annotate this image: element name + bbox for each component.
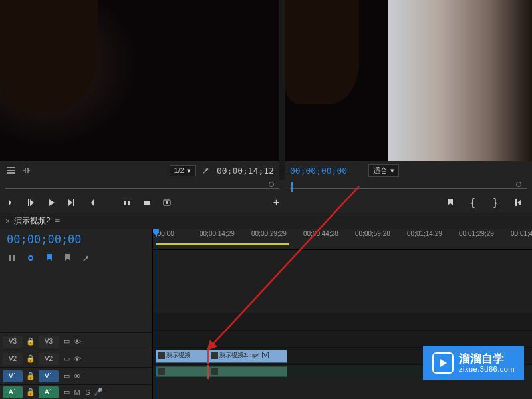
track-head-v3[interactable]: V3 🔒 V3 ▭ 👁: [0, 332, 152, 350]
overwrite-icon[interactable]: [141, 197, 153, 209]
lock-icon[interactable]: 🔒: [25, 354, 36, 363]
eye-icon[interactable]: 👁: [72, 355, 82, 363]
out-bracket-icon[interactable]: }: [489, 197, 501, 209]
in-bracket-icon[interactable]: {: [467, 197, 479, 209]
track-row-v2[interactable]: [153, 330, 532, 347]
work-area-bar[interactable]: [156, 243, 289, 245]
svg-rect-2: [7, 172, 15, 174]
lock-icon[interactable]: 🔒: [25, 372, 36, 380]
ruler-label: 00;01;29;29: [459, 230, 494, 237]
program-monitor[interactable]: [285, 0, 532, 161]
resolution-dropdown[interactable]: 1/2 ▾: [170, 165, 196, 176]
timeline-ruler[interactable]: ;00;00 00;00;14;29 00;00;29;29 00;00;44;…: [153, 229, 532, 250]
program-mini-ruler[interactable]: [285, 180, 532, 193]
chevron-down-icon: ▾: [390, 166, 394, 175]
audio-clip[interactable]: [156, 366, 207, 377]
track-target-v3[interactable]: V3: [39, 336, 59, 348]
close-tab-icon[interactable]: ×: [5, 217, 10, 226]
mute-button[interactable]: M: [72, 388, 82, 396]
edit-point[interactable]: [207, 365, 209, 379]
program-transport: { }: [285, 197, 532, 209]
trim-icon[interactable]: [21, 165, 32, 176]
ruler-label: 00;00;59;28: [355, 230, 390, 237]
watermark-logo-icon: [432, 352, 454, 374]
program-preview-image: [285, 0, 532, 161]
track-head-v1[interactable]: V1 🔒 V1 ▭ 👁: [0, 367, 152, 384]
edit-point[interactable]: [207, 348, 209, 364]
track-head-a1[interactable]: A1 🔒 A1 ▭ M S 🎤: [0, 384, 152, 399]
program-controls: 00;00;00;00 适合 ▾: [285, 161, 532, 180]
mark-in-icon[interactable]: [5, 197, 17, 209]
track-target-a1[interactable]: A1: [39, 386, 59, 398]
export-frame-icon[interactable]: [161, 197, 173, 209]
track-head-v2[interactable]: V2 🔒 V2 ▭ 👁: [0, 350, 152, 367]
ruler-label: 00;00;14;29: [200, 230, 235, 237]
step-forward-icon[interactable]: [65, 197, 77, 209]
preview-row: [0, 0, 532, 161]
voice-over-icon[interactable]: 🎤: [93, 388, 104, 396]
track-target-v1[interactable]: V1: [39, 370, 59, 382]
timeline-left-panel: 00;00;00;00 V3 🔒 V3 ▭ 👁 V2 🔒 V2 ▭ 👁: [0, 229, 153, 399]
add-marker-icon[interactable]: [44, 253, 55, 263]
ruler-label: 00;01;44;28: [511, 230, 532, 237]
eye-icon[interactable]: 👁: [72, 338, 82, 346]
track-target-v2[interactable]: V2: [39, 353, 59, 365]
source-controls: 1/2 ▾ 00;00;14;12: [0, 161, 279, 180]
mini-ruler-row: [0, 180, 532, 193]
track-source-a1[interactable]: A1: [3, 386, 23, 398]
insert-icon[interactable]: [121, 197, 133, 209]
watermark-title: 溜溜自学: [459, 353, 515, 366]
source-monitor[interactable]: [0, 0, 279, 161]
go-to-in-icon[interactable]: [512, 197, 524, 209]
ruler-label: 00;00;29;29: [251, 230, 287, 237]
settings-wrench-icon[interactable]: [81, 253, 92, 263]
track-source-v1[interactable]: V1: [3, 370, 23, 382]
play-icon[interactable]: [45, 197, 57, 209]
add-button-icon[interactable]: +: [273, 197, 279, 209]
video-clip[interactable]: 演示视频2.mp4 [V]: [209, 350, 287, 363]
ruler-label: 00;00;44;28: [303, 230, 338, 237]
track-source-v2[interactable]: V2: [3, 353, 23, 365]
timeline-current-time[interactable]: 00;00;00;00: [7, 233, 146, 246]
chevron-down-icon: ▾: [187, 166, 191, 175]
video-clip[interactable]: 演示视频: [156, 350, 207, 363]
step-back-icon[interactable]: [25, 197, 37, 209]
ruler-label: 00;01;14;29: [407, 230, 442, 237]
linked-selection-icon[interactable]: [25, 253, 36, 263]
marker-tool-icon[interactable]: [63, 253, 73, 263]
mark-out-icon[interactable]: [85, 197, 97, 209]
fit-dropdown[interactable]: 适合 ▾: [368, 164, 399, 177]
panel-menu-icon[interactable]: ≡: [55, 216, 60, 227]
playhead[interactable]: [156, 229, 156, 399]
program-timecode[interactable]: 00;00;00;00: [290, 166, 347, 176]
snap-icon[interactable]: [7, 253, 17, 263]
timeline-tab-bar: × 演示视频2 ≡: [0, 213, 532, 229]
sync-lock-icon[interactable]: ▭: [61, 372, 72, 380]
source-mini-ruler[interactable]: [0, 180, 285, 193]
eye-icon[interactable]: 👁: [72, 372, 82, 380]
track-source-v3[interactable]: V3: [3, 336, 23, 348]
svg-rect-5: [144, 201, 150, 205]
svg-rect-3: [124, 201, 126, 205]
sync-lock-icon[interactable]: ▭: [61, 337, 72, 346]
clip-label: 演示视频: [166, 352, 190, 358]
svg-rect-1: [7, 170, 15, 171]
lock-icon[interactable]: 🔒: [25, 388, 36, 396]
track-headers: V3 🔒 V3 ▭ 👁 V2 🔒 V2 ▭ 👁 V1 🔒 V1 ▭ 👁: [0, 332, 152, 399]
source-preview-image: [0, 0, 279, 161]
sequence-title[interactable]: 演示视频2: [14, 215, 51, 227]
transport-row: + { }: [0, 193, 532, 213]
svg-point-7: [166, 201, 168, 204]
audio-clip[interactable]: [209, 366, 287, 377]
source-timecode[interactable]: 00;00;14;12: [217, 166, 274, 176]
lock-icon[interactable]: 🔒: [25, 337, 36, 346]
marker-icon[interactable]: [444, 197, 456, 209]
watermark-url: zixue.3d66.com: [459, 365, 515, 373]
list-view-icon[interactable]: [5, 165, 16, 176]
sync-lock-icon[interactable]: ▭: [61, 388, 72, 396]
sync-lock-icon[interactable]: ▭: [61, 354, 72, 363]
wrench-icon[interactable]: [201, 165, 211, 176]
watermark: 溜溜自学 zixue.3d66.com: [423, 346, 524, 380]
solo-button[interactable]: S: [82, 388, 93, 396]
track-row-v3[interactable]: [153, 313, 532, 330]
